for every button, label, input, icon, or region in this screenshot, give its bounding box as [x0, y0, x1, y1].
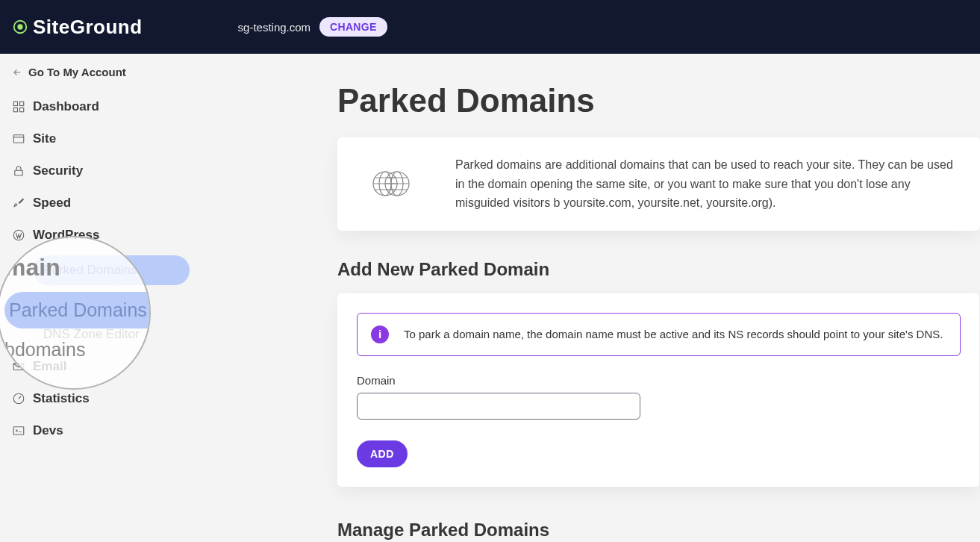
svg-rect-6 — [13, 135, 24, 143]
sidebar-item-label: Statistics — [33, 391, 90, 406]
sidebar: Go To My Account Dashboard Site Security… — [0, 54, 188, 542]
sidebar-item-label: Speed — [33, 196, 71, 211]
add-domain-card: i To park a domain name, the domain name… — [337, 293, 980, 487]
dashboard-icon — [12, 100, 25, 113]
svg-rect-5 — [20, 108, 24, 112]
domain-field-label: Domain — [357, 374, 961, 387]
info-box: i To park a domain name, the domain name… — [357, 313, 961, 356]
subnav-parked-domains[interactable]: Parked Domains — [33, 255, 190, 285]
site-icon — [12, 132, 25, 146]
add-section-title: Add New Parked Domain — [337, 259, 980, 280]
svg-rect-9 — [13, 364, 24, 370]
sidebar-item-devs[interactable]: Devs — [12, 423, 188, 438]
back-link-label: Go To My Account — [28, 66, 126, 78]
intro-description: Parked domains are additional domains th… — [455, 155, 961, 213]
svg-rect-2 — [13, 102, 17, 105]
domain-subnav: Parked Domains Redirects DNS Zone Editor — [33, 255, 188, 342]
globe-illustration-icon — [357, 169, 425, 199]
back-to-account-link[interactable]: Go To My Account — [12, 66, 188, 78]
page-title: Parked Domains — [337, 82, 980, 119]
intro-card: Parked domains are additional domains th… — [337, 137, 980, 231]
sidebar-item-label: Devs — [33, 423, 63, 438]
domain-input[interactable] — [357, 393, 640, 420]
change-domain-button[interactable]: CHANGE — [319, 17, 387, 37]
logo-icon — [12, 19, 28, 35]
sidebar-item-wordpress[interactable]: WordPress — [12, 228, 188, 243]
svg-rect-3 — [20, 102, 24, 105]
current-domain: sg-testing.com — [238, 21, 311, 34]
main-content: Parked Domains Parked domains are additi… — [188, 54, 980, 542]
primary-nav: Dashboard Site Security Speed WordPress … — [12, 99, 188, 438]
sidebar-item-speed[interactable]: Speed — [12, 196, 188, 211]
sidebar-item-security[interactable]: Security — [12, 163, 188, 178]
svg-rect-4 — [13, 108, 17, 112]
svg-point-1 — [17, 24, 22, 29]
info-icon: i — [371, 325, 389, 343]
sidebar-item-label: Security — [33, 163, 83, 178]
add-button[interactable]: ADD — [357, 440, 408, 467]
sidebar-item-site[interactable]: Site — [12, 131, 188, 146]
sidebar-item-statistics[interactable]: Statistics — [12, 391, 188, 406]
sidebar-item-email[interactable]: Email — [12, 359, 188, 374]
terminal-icon — [12, 424, 25, 437]
sidebar-item-label: WordPress — [33, 228, 99, 243]
header-domain-group: sg-testing.com CHANGE — [238, 17, 387, 37]
svg-rect-11 — [13, 427, 24, 435]
mail-icon — [12, 360, 25, 373]
info-text: To park a domain name, the domain name m… — [404, 328, 943, 340]
app-header: SiteGround sg-testing.com CHANGE — [0, 0, 980, 54]
sidebar-item-label: Dashboard — [33, 99, 99, 114]
brand-name: SiteGround — [33, 16, 143, 39]
manage-section-title: Manage Parked Domains — [337, 520, 980, 541]
gauge-icon — [12, 392, 25, 405]
sidebar-item-label: Site — [33, 131, 56, 146]
lock-icon — [12, 164, 25, 178]
sidebar-item-dashboard[interactable]: Dashboard — [12, 99, 188, 114]
brand-logo: SiteGround — [12, 16, 143, 39]
svg-rect-7 — [15, 170, 23, 175]
sidebar-item-label: Email — [33, 359, 66, 374]
subnav-dns-zone-editor[interactable]: DNS Zone Editor — [33, 327, 190, 342]
subnav-redirects[interactable]: Redirects — [33, 299, 190, 314]
arrow-left-icon — [12, 67, 22, 78]
wordpress-icon — [12, 228, 25, 242]
rocket-icon — [12, 196, 25, 210]
